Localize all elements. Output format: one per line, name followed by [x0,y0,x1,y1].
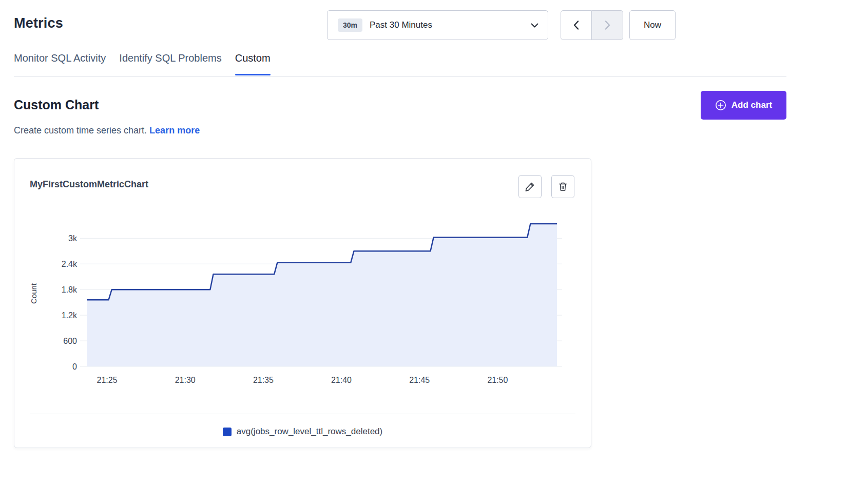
plus-circle-icon [715,100,726,111]
edit-chart-button[interactable] [518,175,542,198]
svg-text:1.8k: 1.8k [62,285,78,294]
pencil-icon [525,181,535,192]
chevron-down-icon [531,23,538,28]
time-range-dropdown[interactable]: 30m Past 30 Minutes [327,10,548,40]
svg-text:Count: Count [29,283,38,304]
learn-more-link[interactable]: Learn more [149,125,200,135]
chart-title: MyFirstCustomMetricChart [30,179,148,190]
tab-custom[interactable]: Custom [235,52,271,75]
page-title: Metrics [14,15,63,31]
chevron-right-icon [604,20,611,30]
legend-label: avg(jobs_row_level_ttl_rows_deleted) [237,427,382,437]
timeseries-chart[interactable]: 06001.2k1.8k2.4k3k21:2521:3021:3521:4021… [14,210,592,395]
chart-legend[interactable]: avg(jobs_row_level_ttl_rows_deleted) [14,427,591,437]
svg-text:21:50: 21:50 [487,376,508,384]
prev-time-button[interactable] [561,10,592,40]
add-chart-label: Add chart [732,100,772,110]
time-range-badge: 30m [338,18,362,32]
tabs-divider [14,76,786,76]
svg-text:600: 600 [63,337,77,345]
description-text: Create custom time series chart. [14,125,147,135]
legend-swatch [223,428,232,436]
svg-text:21:45: 21:45 [409,376,430,384]
trash-icon-button[interactable] [551,175,574,198]
svg-text:0: 0 [72,362,77,371]
now-button[interactable]: Now [629,10,676,40]
svg-text:21:40: 21:40 [331,376,352,384]
trash-icon [557,181,568,192]
svg-text:1.2k: 1.2k [62,311,78,320]
custom-chart-card: MyFirstCustomMetricChart 06001.2k1.8k2.4… [14,158,591,448]
tab-monitor-sql-activity[interactable]: Monitor SQL Activity [14,52,106,75]
time-nav-group [561,10,623,40]
svg-text:2.4k: 2.4k [62,260,78,268]
svg-text:21:25: 21:25 [97,376,118,384]
add-chart-button[interactable]: Add chart [701,91,786,120]
svg-text:3k: 3k [68,234,78,243]
svg-text:21:30: 21:30 [175,376,196,384]
svg-text:21:35: 21:35 [253,376,274,384]
metrics-tabs: Monitor SQL Activity Identify SQL Proble… [14,52,271,75]
legend-divider [30,414,575,414]
section-description: Create custom time series chart. Learn m… [14,125,200,136]
next-time-button[interactable] [592,10,623,40]
tab-identify-sql-problems[interactable]: Identify SQL Problems [119,52,221,75]
time-range-label: Past 30 Minutes [370,20,531,30]
chevron-left-icon [573,20,580,30]
section-title: Custom Chart [14,98,99,112]
